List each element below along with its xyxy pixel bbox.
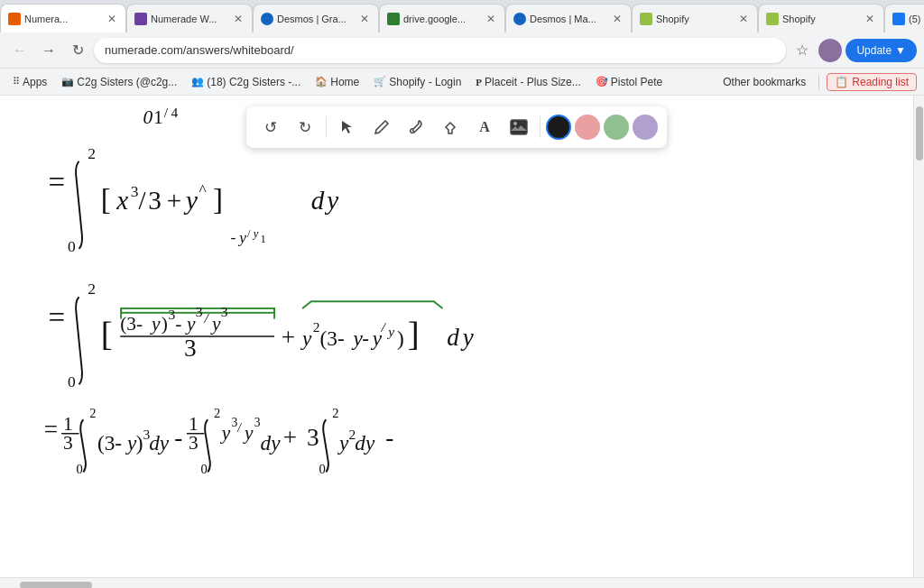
address-bar[interactable] [94,38,786,63]
svg-text:[: [ [101,314,113,353]
tab-drive[interactable]: drive.google... ✕ [379,4,505,32]
tab-label-6: Shopify [656,14,734,24]
svg-text:dy: dy [261,431,282,455]
select-tool-button[interactable] [332,112,363,142]
image-tool-button[interactable] [504,112,534,142]
svg-text:-: - [174,424,182,451]
tab-desmos-math[interactable]: Desmos | Ma... ✕ [505,4,632,32]
redo-button[interactable]: ↻ [290,112,320,142]
bookmark-c2g-instagram[interactable]: 📷 C2g Sisters (@c2g... [56,74,182,90]
tab-numerade-active[interactable]: Numera... ✕ [0,4,126,32]
reading-list-label: Reading list [852,76,909,88]
drawing-toolbar: ↺ ↻ [246,106,667,148]
bookmark-star-button[interactable]: ☆ [790,38,815,63]
svg-text:y: y [300,326,312,350]
svg-text:/: / [139,186,147,215]
color-black[interactable] [546,115,571,140]
bookmark-apps-label: Apps [23,76,47,88]
svg-text:3: 3 [221,304,228,319]
svg-text:d: d [311,186,325,215]
bookmark-c2g-fb[interactable]: 👥 (18) C2g Sisters -... [186,74,306,90]
tab-close-3[interactable]: ✕ [358,11,371,27]
svg-point-4 [513,122,517,125]
bookmark-other[interactable]: Other bookmarks [717,74,811,90]
svg-text:y: y [324,186,338,215]
svg-text:(3-: (3- [120,313,143,335]
svg-text:/: / [203,310,209,326]
vertical-scrollbar[interactable] [913,96,924,577]
svg-text:3: 3 [148,186,162,215]
tab-favicon-5 [513,13,526,25]
svg-text:=: = [49,301,66,334]
bookmark-pistol-pete[interactable]: 🎯 Pistol Pete [590,74,668,90]
svg-text:0: 0 [68,372,76,390]
svg-text:2: 2 [89,406,96,420]
back-button[interactable]: ← [7,38,32,63]
tab-label-3: Desmos | Gra... [277,14,355,24]
tab-close-1[interactable]: ✕ [106,11,118,27]
tool-separator-1 [326,116,327,138]
svg-text:+: + [282,324,295,351]
svg-text:): ) [397,326,404,350]
svg-text:2: 2 [214,406,220,420]
text-tool-button[interactable]: A [469,112,500,142]
svg-text:3: 3 [196,304,203,319]
tab-close-5[interactable]: ✕ [611,11,624,27]
tools-button[interactable] [401,112,431,142]
pistol-pete-icon: 🎯 [596,76,608,87]
svg-text:3: 3 [143,427,150,442]
tab-favicon-6 [640,13,652,25]
bookmark-home[interactable]: 🏠 Home [310,74,365,90]
bookmark-shopify-login[interactable]: 🛒 Shopify - Login [368,74,467,90]
reload-button[interactable]: ↻ [65,38,90,63]
whiteboard[interactable]: ↺ ↻ [0,96,913,577]
user-avatar[interactable] [818,39,842,62]
svg-text:(3-: (3- [320,326,345,350]
bookmark-pistol-pete-label: Pistol Pete [611,76,662,88]
tab-shopify-1[interactable]: Shopify ✕ [632,4,758,32]
reading-list-button[interactable]: 📋 Reading list [827,73,917,91]
svg-text:-: - [385,424,393,451]
svg-text:+: + [283,424,297,451]
svg-text:/: / [164,105,169,120]
tab-close-4[interactable]: ✕ [485,11,497,27]
tab-numerade-w[interactable]: Numerade W... ✕ [126,4,253,32]
pencil-tool-button[interactable] [366,112,397,142]
svg-text:y: y [220,422,231,444]
forward-button[interactable]: → [36,38,61,63]
update-chevron: ▼ [895,44,906,57]
highlight-tool-button[interactable] [435,112,466,142]
scrollbar-thumb[interactable] [916,106,923,161]
svg-text:-: - [362,326,369,350]
svg-text:/: / [247,227,251,240]
svg-text:2: 2 [313,319,320,335]
svg-text:]: ] [408,314,420,353]
svg-text:1: 1 [63,413,73,435]
tab-label-4: drive.google... [403,14,481,24]
math-svg: 0 1 / 4 = 2 0 [ x 3 / 3 [0,96,913,577]
undo-button[interactable]: ↺ [255,112,286,142]
bookmark-placeit[interactable]: P Placeit - Plus Size... [470,74,586,90]
bookmarks-separator [818,75,819,89]
tab-favicon-7 [766,13,779,25]
tab-c2g[interactable]: (5) C2g Siste... ✕ [884,4,924,32]
svg-text:d: d [149,431,160,455]
color-pink[interactable] [575,115,600,140]
tab-close-6[interactable]: ✕ [737,11,750,27]
horizontal-scrollbar-thumb[interactable] [20,582,92,588]
svg-text:=: = [44,416,58,443]
tab-close-7[interactable]: ✕ [864,11,876,27]
tab-close-2[interactable]: ✕ [232,11,245,27]
horizontal-scrollbar[interactable] [0,577,924,588]
update-label: Update [856,44,892,57]
tab-shopify-2[interactable]: Shopify ✕ [758,4,884,32]
svg-text:0: 0 [68,237,76,255]
update-button[interactable]: Update ▼ [845,39,917,62]
svg-text:2: 2 [88,144,96,162]
svg-text:x: x [116,186,128,215]
tab-desmos-graph[interactable]: Desmos | Gra... ✕ [253,4,379,32]
bookmark-apps[interactable]: ⠿ Apps [7,74,52,90]
color-green[interactable] [604,115,629,140]
color-lavender[interactable] [633,115,658,140]
tab-favicon-1 [8,13,21,25]
